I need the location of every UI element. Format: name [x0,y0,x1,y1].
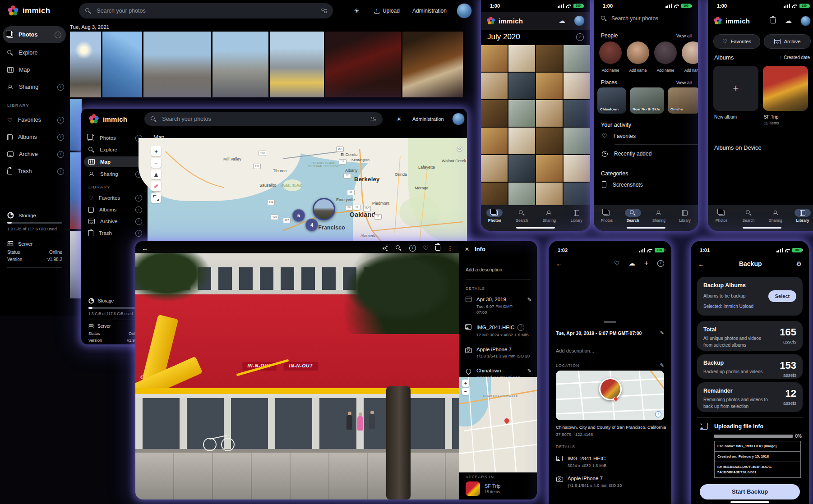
photo-thumbnail[interactable] [481,155,508,182]
favorites-button[interactable]: ♡ Favorites [713,34,760,49]
zoom-icon[interactable] [396,245,402,251]
screenshots-row[interactable]: Screenshots [602,181,692,188]
edit-location-icon[interactable]: ✎ [660,362,664,368]
photo-thumbnail[interactable] [270,32,324,97]
sidebar-item-photos[interactable]: Photosi [81,132,147,144]
nav-tab-photos[interactable]: Photos [481,209,508,231]
photo-thumbnail[interactable] [508,73,535,99]
info-dot-icon[interactable]: i [57,134,64,141]
photo-thumbnail[interactable] [564,73,590,99]
photo-thumbnail[interactable] [536,100,563,127]
sidebar-item-sharing[interactable]: Sharingi [81,168,147,180]
map-settings-gear-icon[interactable]: ⚙ [457,145,462,152]
photo-thumbnail[interactable] [508,45,535,72]
sidebar-item-sharing[interactable]: Sharing i [0,78,69,96]
photo-thumbnail[interactable] [536,45,563,72]
sidebar-item-explore[interactable]: Explore [81,144,147,156]
archive-button[interactable]: Archive [764,34,811,49]
photo-thumbnail[interactable] [564,100,590,127]
more-options-icon[interactable]: ⋮ [447,245,453,252]
edit-date-icon[interactable]: ✎ [660,330,664,336]
photo-thumbnail[interactable] [70,231,82,298]
add-icon[interactable]: + [644,259,648,267]
photo-thumbnail[interactable] [564,128,590,154]
photo-location-marker[interactable] [599,378,622,400]
info-dot-icon[interactable]: i [135,230,142,237]
edit-location-icon[interactable]: ✎ [527,368,531,374]
photo-thumbnail[interactable] [70,99,82,151]
photo-thumbnail[interactable] [481,100,508,127]
photo-thumbnail[interactable] [70,32,101,97]
photo-thumbnail[interactable] [564,155,590,182]
search-bar[interactable] [79,3,333,18]
sidebar-item-archive[interactable]: Archivei [81,215,147,227]
add-name-label[interactable]: Add name [681,68,698,73]
photo-thumbnail[interactable] [508,128,535,154]
delete-icon[interactable] [435,246,440,251]
compass-button[interactable] [151,170,161,179]
photo-map-marker[interactable] [313,198,335,220]
places-view-all[interactable]: View all [676,80,692,85]
cloud-upload-icon[interactable]: ☁ [629,260,635,267]
sidebar-item-photos[interactable]: Photos i [3,26,66,43]
prev-photo-chevron[interactable]: ‹ [140,371,143,383]
back-icon[interactable]: ← [142,244,148,252]
location-map-card[interactable]: i [556,371,664,420]
cluster-marker[interactable]: 5 [292,209,305,222]
photo-thumbnail[interactable] [564,45,590,72]
search-row[interactable]: Search your photos [601,15,691,22]
minimap-zoom-out[interactable]: − [462,388,469,395]
select-button[interactable]: Select [768,290,796,302]
nav-tab-library[interactable]: Library [789,209,813,231]
photo-thumbnail[interactable] [536,128,563,154]
info-dot-icon[interactable]: i [135,195,142,202]
photo-area[interactable] [549,270,671,319]
add-description-field[interactable]: Add description... [556,348,594,353]
photo-thumbnail[interactable] [481,128,508,154]
nav-tab-library[interactable]: Library [563,209,591,231]
place-card[interactable]: Chinatown [597,87,626,114]
sidebar-item-favorites[interactable]: ♡ Favorites i [0,111,69,128]
minimap-zoom-in[interactable]: + [462,380,469,387]
photo-thumbnail[interactable] [508,100,535,127]
zoom-in-button[interactable]: + [151,146,161,156]
album-card-sftrip[interactable] [763,66,808,111]
sidebar-item-albums[interactable]: Albums i [0,128,69,146]
photo-thumbnail[interactable] [536,183,563,205]
person-item[interactable]: Add name [598,41,623,77]
select-all-check-icon[interactable]: ✓ [576,33,584,41]
add-name-label[interactable]: Add name [626,68,650,73]
zoom-out-button[interactable]: − [151,158,161,168]
back-icon[interactable]: ← [556,260,614,267]
photo-grid[interactable] [481,45,590,205]
back-icon[interactable]: ← [698,260,705,268]
upload-button[interactable]: ↑ Upload [374,8,400,14]
search-input[interactable] [96,7,316,14]
photo-thumbnail[interactable] [212,32,268,97]
theme-toggle-icon[interactable]: ☀ [396,116,402,123]
people-view-all[interactable]: View all [676,33,692,38]
cloud-sync-icon[interactable]: ☁ [559,17,565,25]
add-name-label[interactable]: Add name [598,68,623,73]
recently-added-row[interactable]: Recently added [602,151,692,157]
trash-icon[interactable] [771,18,776,23]
user-avatar[interactable] [574,15,585,26]
favorite-heart-icon[interactable]: ♡ [614,260,620,267]
start-backup-button[interactable]: Start Backup [700,484,800,499]
person-item[interactable]: Add name [626,41,650,77]
sheet-handle[interactable] [604,321,616,323]
photo-thumbnail[interactable] [481,183,508,205]
immich-logo[interactable]: immich [0,5,50,17]
immich-logo[interactable]: immich [81,114,127,124]
info-dot-icon[interactable]: i [135,206,142,213]
administration-link[interactable]: Administration [412,116,444,122]
sidebar-item-map[interactable]: Map [0,61,69,78]
info-minimap[interactable]: FISHERMAN'S WHARF + − [459,377,537,472]
filter-icon[interactable] [370,117,376,121]
photo-thumbnail[interactable] [536,155,563,182]
innout-photo[interactable]: IN-N-OUT IN-N-OUT [135,253,459,499]
edit-date-icon[interactable]: ✎ [527,297,531,302]
album-link-row[interactable]: SF Trip 15 items [466,481,500,496]
photo-thumbnail[interactable] [481,45,508,72]
fullscreen-button[interactable] [151,193,161,203]
